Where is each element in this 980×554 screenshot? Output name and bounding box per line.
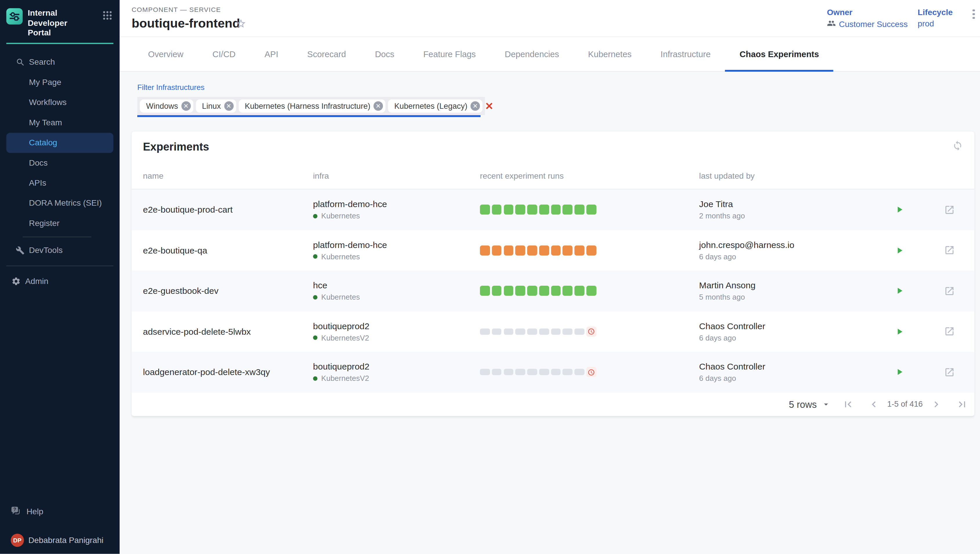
play-icon[interactable] — [894, 326, 905, 337]
sidebar-item-docs[interactable]: Docs — [0, 153, 120, 173]
sidebar-item-dora-metrics-sei[interactable]: DORA Metrics (SEI) — [0, 193, 120, 213]
sidebar-item-workflows[interactable]: Workflows — [0, 92, 120, 112]
table-row[interactable]: e2e-boutique-prod-cart platform-demo-hce… — [131, 189, 974, 230]
sidebar-item-admin[interactable]: Admin — [0, 271, 120, 291]
tab-ci-cd[interactable]: CI/CD — [198, 37, 250, 71]
sidebar-item-my-team[interactable]: My Team — [0, 112, 120, 132]
run-empty — [516, 369, 525, 375]
filter-chip-kubernetes-legacy[interactable]: Kubernetes (Legacy) ✕ — [388, 99, 483, 113]
column-infra[interactable]: infra — [313, 171, 480, 181]
infra-name: hce — [313, 280, 480, 290]
run-failed — [563, 245, 573, 255]
tab-infrastructure[interactable]: Infrastructure — [646, 37, 725, 71]
infrastructure-filter-input[interactable]: Windows ✕ Linux ✕ Kubernetes (Harness In… — [137, 97, 480, 117]
last-page-button[interactable] — [956, 398, 968, 410]
play-icon[interactable] — [894, 286, 905, 296]
experiment-name: e2e-guestbook-dev — [131, 286, 313, 296]
tab-docs[interactable]: Docs — [361, 37, 409, 71]
tab-overview[interactable]: Overview — [134, 37, 198, 71]
play-icon[interactable] — [894, 245, 905, 256]
user-menu[interactable]: DP Debabrata Panigrahi — [0, 530, 120, 550]
column-name[interactable]: name — [131, 171, 313, 181]
people-icon — [827, 19, 836, 30]
open-in-new-icon[interactable] — [944, 204, 955, 215]
app-logo-icon — [6, 8, 22, 24]
run-success — [539, 286, 549, 296]
table-row[interactable]: e2e-boutique-qa platform-demo-hce Kubern… — [131, 230, 974, 271]
status-dot — [313, 214, 317, 218]
help-chat-icon: ? — [11, 506, 21, 516]
tab-kubernetes[interactable]: Kubernetes — [574, 37, 646, 71]
open-in-new-icon[interactable] — [944, 367, 955, 377]
sidebar-item-devtools[interactable]: DevTools — [0, 240, 120, 260]
gear-icon — [11, 276, 21, 286]
svg-text:?: ? — [13, 507, 16, 512]
previous-page-button[interactable] — [868, 398, 879, 410]
chip-close-icon[interactable]: ✕ — [224, 101, 234, 111]
experiment-name: e2e-boutique-prod-cart — [131, 205, 313, 215]
sidebar-item-my-page[interactable]: My Page — [0, 72, 120, 92]
sidebar-item-label: Search — [29, 57, 55, 67]
sidebar-item-label: APIs — [29, 178, 46, 188]
sidebar-item-apis[interactable]: APIs — [0, 173, 120, 193]
updated-by: Chaos Controller — [699, 321, 894, 331]
pagination: 5 rows 1-5 of 416 — [131, 392, 974, 416]
chip-close-icon[interactable]: ✕ — [181, 101, 191, 111]
table-row[interactable]: e2e-guestbook-dev hce Kubernetes Martin … — [131, 271, 974, 311]
play-icon[interactable] — [894, 367, 905, 377]
first-page-button[interactable] — [842, 398, 854, 410]
chip-label: Windows — [146, 102, 178, 110]
infra-name: boutiqueprod2 — [313, 361, 480, 372]
tab-dependencies[interactable]: Dependencies — [490, 37, 574, 71]
run-empty — [504, 369, 514, 375]
lifecycle-value: prod — [918, 19, 953, 29]
tab-scorecard[interactable]: Scorecard — [293, 37, 360, 71]
row-actions — [894, 326, 975, 337]
run-success — [492, 205, 501, 215]
open-in-new-icon[interactable] — [944, 326, 955, 337]
column-last-updated[interactable]: last updated by — [699, 171, 894, 181]
run-empty — [551, 328, 561, 334]
kebab-menu-icon[interactable] — [970, 10, 977, 19]
filter-chips[interactable]: Windows ✕ Linux ✕ Kubernetes (Harness In… — [137, 97, 485, 115]
run-empty — [539, 328, 549, 334]
play-icon[interactable] — [894, 205, 905, 215]
recent-runs — [480, 326, 699, 336]
column-recent-runs[interactable]: recent experiment runs — [480, 171, 699, 181]
sidebar-item-register[interactable]: Register — [0, 213, 120, 233]
updated-ago: 6 days ago — [699, 333, 894, 342]
next-page-button[interactable] — [931, 398, 942, 410]
sidebar-item-catalog[interactable]: Catalog — [6, 132, 113, 153]
sidebar-item-search[interactable]: Search — [0, 52, 120, 72]
open-in-new-icon[interactable] — [944, 286, 955, 296]
run-empty — [563, 328, 573, 334]
chip-close-icon[interactable]: ✕ — [373, 101, 383, 111]
clear-filters-icon[interactable]: ✕ — [485, 97, 493, 115]
refresh-icon[interactable] — [953, 140, 963, 154]
run-success — [527, 205, 537, 215]
tab-api[interactable]: API — [250, 37, 293, 71]
filter-chip-kubernetes-harness-infrastructure[interactable]: Kubernetes (Harness Infrastructure) ✕ — [238, 99, 385, 113]
run-success — [480, 205, 490, 215]
run-failed — [504, 245, 514, 255]
star-icon[interactable] — [235, 18, 246, 32]
rows-per-page-select[interactable]: 5 rows — [789, 399, 831, 409]
row-actions — [894, 367, 975, 377]
filter-chip-windows[interactable]: Windows ✕ — [140, 99, 193, 113]
table-row[interactable]: loadgenerator-pod-delete-xw3qy boutiquep… — [131, 352, 974, 392]
chevron-down-icon — [821, 400, 831, 409]
sidebar-item-help[interactable]: ? Help — [0, 501, 120, 521]
open-in-new-icon[interactable] — [944, 245, 955, 256]
experiments-title: Experiments — [131, 131, 974, 153]
last-updated-cell: Martin Ansong 5 months ago — [699, 280, 894, 302]
table-row[interactable]: adservice-pod-delete-5lwbx boutiqueprod2… — [131, 311, 974, 352]
chip-close-icon[interactable]: ✕ — [471, 101, 480, 111]
avatar: DP — [11, 534, 24, 547]
run-failed — [575, 245, 584, 255]
apps-grid-icon[interactable] — [103, 11, 112, 22]
tab-feature-flags[interactable]: Feature Flags — [409, 37, 490, 71]
owner-link[interactable]: Customer Success — [827, 19, 908, 30]
filter-chip-linux[interactable]: Linux ✕ — [196, 99, 236, 113]
tab-chaos-experiments[interactable]: Chaos Experiments — [725, 37, 833, 71]
filter-infrastructures-label[interactable]: Filter Infrastructures — [137, 83, 205, 92]
